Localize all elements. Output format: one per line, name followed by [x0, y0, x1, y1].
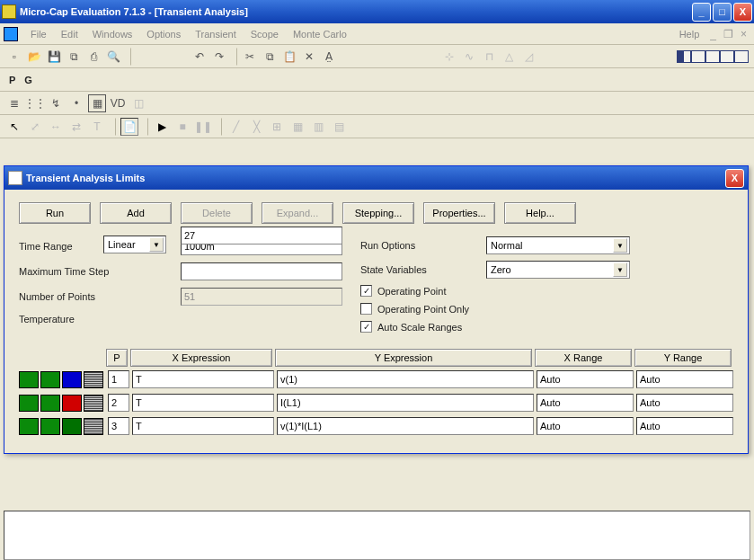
tool-a[interactable]: ⤢	[26, 118, 44, 136]
print-icon[interactable]: ⎙	[84, 48, 102, 66]
tool-c[interactable]: ⇄	[67, 118, 85, 136]
menu-options[interactable]: Options	[139, 27, 188, 41]
mdi-minimize-icon[interactable]: _	[706, 28, 720, 40]
color-swatch[interactable]	[62, 395, 82, 412]
run-icon[interactable]: ▶	[153, 118, 171, 136]
header-x-range[interactable]: X Range	[535, 349, 632, 367]
grid1-icon[interactable]: ⊞	[268, 118, 286, 136]
pulse-icon[interactable]: ⊓	[480, 48, 498, 66]
minimize-button[interactable]: _	[692, 3, 711, 22]
mode-icon[interactable]: 📄	[120, 118, 138, 136]
y-range-cell[interactable]: Auto	[636, 417, 733, 435]
new-icon[interactable]: ▫	[5, 48, 23, 66]
color-swatch[interactable]	[40, 395, 60, 412]
x-range-cell[interactable]: Auto	[537, 417, 634, 435]
layout-5-icon[interactable]	[734, 50, 749, 63]
saveall-icon[interactable]: ⧉	[65, 48, 83, 66]
wave-icon[interactable]: ⊹	[440, 48, 458, 66]
layout-2-icon[interactable]	[691, 50, 705, 63]
color-swatch[interactable]	[62, 371, 82, 388]
grid3-icon[interactable]: ▥	[309, 118, 327, 136]
operating-point-only-checkbox[interactable]	[360, 303, 372, 315]
temperature-mode-dropdown[interactable]: Linear▼	[103, 236, 166, 253]
menu-montecarlo[interactable]: Monte Carlo	[286, 27, 354, 41]
stepping-button[interactable]: Stepping...	[342, 202, 414, 224]
p-label[interactable]: P	[9, 75, 15, 85]
comp-icon-2[interactable]: ⋮⋮	[26, 94, 44, 112]
delete-button[interactable]: Delete	[181, 202, 253, 224]
color-swatch[interactable]	[84, 418, 103, 435]
y-expression-cell[interactable]: v(1)	[277, 370, 534, 388]
undo-icon[interactable]: ↶	[191, 48, 208, 66]
close-button[interactable]: X	[733, 3, 752, 22]
help-button[interactable]: Help...	[504, 202, 576, 224]
copy-icon[interactable]: ⧉	[261, 48, 279, 66]
comp-icon-6[interactable]: VD	[109, 94, 127, 112]
color-swatch[interactable]	[84, 395, 103, 412]
color-swatch[interactable]	[19, 371, 39, 388]
sine-icon[interactable]: ∿	[460, 48, 478, 66]
properties-button[interactable]: Properties...	[423, 202, 495, 224]
g1-icon[interactable]: ╱	[226, 118, 244, 136]
color-swatch[interactable]	[62, 418, 82, 435]
pause-icon[interactable]: ❚❚	[194, 118, 212, 136]
auto-scale-checkbox[interactable]: ✓	[360, 321, 372, 333]
temperature-input[interactable]	[181, 227, 342, 244]
expand-button[interactable]: Expand...	[262, 202, 333, 224]
g-label[interactable]: G	[24, 75, 32, 85]
p-cell[interactable]: 3	[108, 417, 129, 435]
num-points-input[interactable]	[181, 288, 342, 306]
comp-icon-3[interactable]: ↯	[47, 94, 65, 112]
y-range-cell[interactable]: Auto	[636, 370, 733, 388]
mdi-close-icon[interactable]: ×	[737, 28, 750, 40]
layout-1-icon[interactable]	[677, 50, 691, 63]
tri-icon[interactable]: △	[500, 48, 518, 66]
y-range-cell[interactable]: Auto	[636, 394, 733, 412]
p-cell[interactable]: 1	[108, 370, 129, 388]
color-swatch[interactable]	[40, 418, 60, 435]
tool-d[interactable]: T	[88, 118, 106, 136]
x-range-cell[interactable]: Auto	[537, 394, 634, 412]
paste-icon[interactable]: 📋	[280, 48, 298, 66]
menu-scope[interactable]: Scope	[244, 27, 286, 41]
saw-icon[interactable]: ◿	[519, 48, 537, 66]
comp-icon-5[interactable]: ▦	[88, 94, 106, 112]
header-p[interactable]: P	[106, 349, 128, 367]
open-icon[interactable]: 📂	[25, 48, 43, 66]
comp-icon-4[interactable]: •	[67, 94, 85, 112]
run-button[interactable]: Run	[19, 202, 91, 224]
redo-icon[interactable]: ↷	[210, 48, 228, 66]
x-expression-cell[interactable]: T	[132, 417, 274, 435]
menu-windows[interactable]: Windows	[85, 27, 140, 41]
color-swatch[interactable]	[19, 418, 39, 435]
layout-3-icon[interactable]	[705, 50, 720, 63]
cursor-icon[interactable]: ↖	[5, 118, 23, 136]
grid4-icon[interactable]: ▤	[330, 118, 348, 136]
menu-edit[interactable]: Edit	[54, 27, 85, 41]
menu-help[interactable]: Help	[672, 27, 707, 41]
state-vars-dropdown[interactable]: Zero▼	[486, 261, 630, 279]
layout-4-icon[interactable]	[720, 50, 734, 63]
p-cell[interactable]: 2	[108, 394, 129, 412]
add-button[interactable]: Add	[100, 202, 172, 224]
mdi-restore-icon[interactable]: ❐	[720, 28, 737, 40]
header-y-range[interactable]: Y Range	[634, 349, 732, 367]
y-expression-cell[interactable]: I(L1)	[277, 394, 534, 412]
text-icon[interactable]: A̤	[320, 48, 338, 66]
grid2-icon[interactable]: ▦	[288, 118, 306, 136]
tool-b[interactable]: ↔	[47, 118, 65, 136]
save-icon[interactable]: 💾	[45, 48, 63, 66]
cut-icon[interactable]: ✂	[241, 48, 259, 66]
run-options-dropdown[interactable]: Normal▼	[486, 236, 630, 254]
operating-point-checkbox[interactable]: ✓	[360, 285, 372, 297]
menu-file[interactable]: File	[23, 27, 54, 41]
g2-icon[interactable]: ╳	[247, 118, 265, 136]
menu-transient[interactable]: Transient	[188, 27, 243, 41]
maximize-button[interactable]: □	[713, 3, 732, 22]
comp-icon-1[interactable]: ≣	[5, 94, 23, 112]
delete-icon[interactable]: ✕	[300, 48, 318, 66]
color-swatch[interactable]	[19, 395, 39, 412]
color-swatch[interactable]	[40, 371, 60, 388]
y-expression-cell[interactable]: v(1)*I(L1)	[277, 417, 534, 435]
header-y-expression[interactable]: Y Expression	[275, 349, 532, 367]
